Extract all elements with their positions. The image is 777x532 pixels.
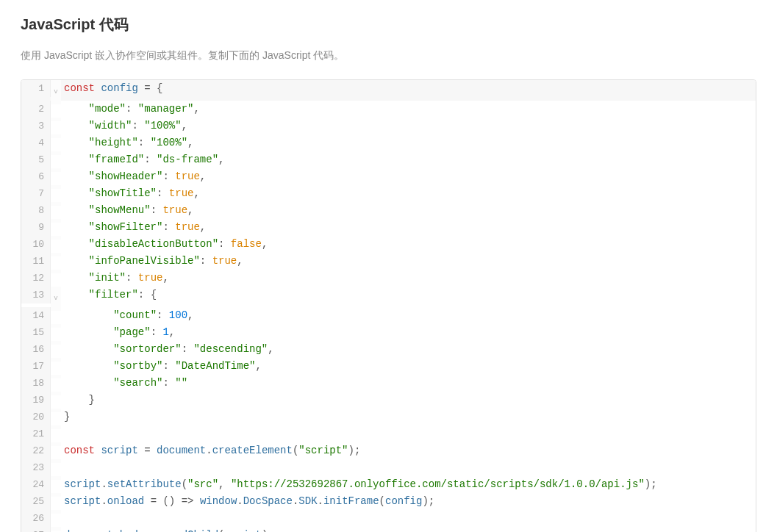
line-number: 19 [21,392,51,409]
line-number: 14 [21,307,51,324]
token-punc: , [237,255,243,267]
token-punc [64,255,89,267]
token-punc: ); [645,478,657,490]
token-punc: : [126,272,138,284]
code-line: 15 "page": 1, [21,324,756,341]
token-str: "frameId" [89,154,145,165]
page-title: JavaScript 代码 [21,15,756,35]
fold-marker [51,307,61,311]
token-punc: . [206,445,212,456]
token-punc: : [157,309,169,321]
line-number: 6 [21,168,51,185]
code-content: "search": "" [61,375,756,392]
token-str: "init" [89,272,126,284]
code-block[interactable]: 1vconst config = {2 "mode": "manager",3 … [21,79,756,532]
token-func: setAttribute [107,478,182,490]
token-punc: , [255,360,261,372]
token-punc: : [162,221,175,233]
token-punc: , [162,272,168,284]
token-kw: const [64,445,95,456]
code-line: 9 "showFilter": true, [21,219,756,236]
token-punc: } [64,411,70,423]
fold-marker [51,236,61,240]
fold-marker [51,358,61,362]
fold-marker [51,459,61,463]
token-punc: : [200,255,212,267]
line-number: 20 [21,409,51,425]
token-punc: , [187,309,193,321]
token-str: "descending" [193,343,268,355]
token-str: "" [175,377,187,389]
token-punc: , [169,326,175,338]
code-line: 18 "search": "" [21,375,756,392]
fold-marker[interactable]: v [51,80,61,101]
line-number: 3 [21,118,51,134]
line-number: 23 [21,459,51,476]
token-func: appendChild [151,529,218,532]
token-bool: true [169,187,194,199]
line-number: 2 [21,101,51,118]
token-punc: : [151,326,163,338]
token-str: "script" [298,445,348,456]
token-punc [64,343,113,355]
fold-marker [51,476,61,480]
token-bool: true [162,204,187,216]
line-number: 17 [21,358,51,375]
code-line: 25script.onload = () => window.DocSpace.… [21,493,756,510]
line-number: 9 [21,219,51,236]
code-line: 23 [21,459,756,476]
code-content: "showTitle": true, [61,185,756,202]
token-var: script [64,478,101,490]
code-line: 7 "showTitle": true, [21,185,756,202]
token-var: onload [107,495,144,507]
token-var: script [64,495,101,507]
line-number: 26 [21,510,51,527]
code-content: "showHeader": true, [61,168,756,185]
token-punc: . [101,478,107,490]
token-punc [64,204,89,216]
token-str: "width" [89,120,132,132]
code-line: 22const script = document.createElement(… [21,442,756,459]
code-content: "infoPanelVisible": true, [61,253,756,270]
line-number: 5 [21,151,51,168]
fold-marker [51,324,61,328]
token-func: createElement [212,445,293,456]
fold-marker [51,185,61,189]
token-var: script [101,445,137,456]
token-str: "100%" [151,137,187,148]
code-content: "height": "100%", [61,134,756,151]
line-number: 8 [21,202,51,219]
line-number: 10 [21,236,51,253]
token-punc: : [182,343,194,355]
token-bool: true [175,221,200,233]
code-line: 10 "disableActionButton": false, [21,236,756,253]
token-str: "mode" [89,103,126,115]
token-str: "sortby" [113,360,162,372]
line-number: 22 [21,442,51,459]
fold-marker [51,493,61,497]
token-punc: : [144,154,157,165]
code-content: "disableActionButton": false, [61,236,756,253]
fold-marker [51,168,61,172]
token-punc: , [218,478,231,490]
code-line: 3 "width": "100%", [21,118,756,134]
token-punc [64,120,89,132]
token-punc: : [218,238,231,250]
line-number: 4 [21,134,51,151]
token-var: config [101,82,137,94]
token-var: script [224,529,261,532]
token-punc: = [138,445,157,456]
token-str: "showHeader" [89,170,163,182]
fold-marker [51,392,61,395]
code-content: "sortby": "DateAndTime", [61,358,756,375]
token-punc: , [200,170,206,182]
fold-marker[interactable]: v [51,287,61,307]
code-line: 4 "height": "100%", [21,134,756,151]
token-punc: : [151,204,163,216]
token-var: document [157,445,206,456]
token-str: "DateAndTime" [175,360,255,372]
token-punc [64,154,89,165]
token-punc: ); [348,445,361,456]
line-number: 11 [21,253,51,270]
token-str: "showMenu" [89,204,151,216]
